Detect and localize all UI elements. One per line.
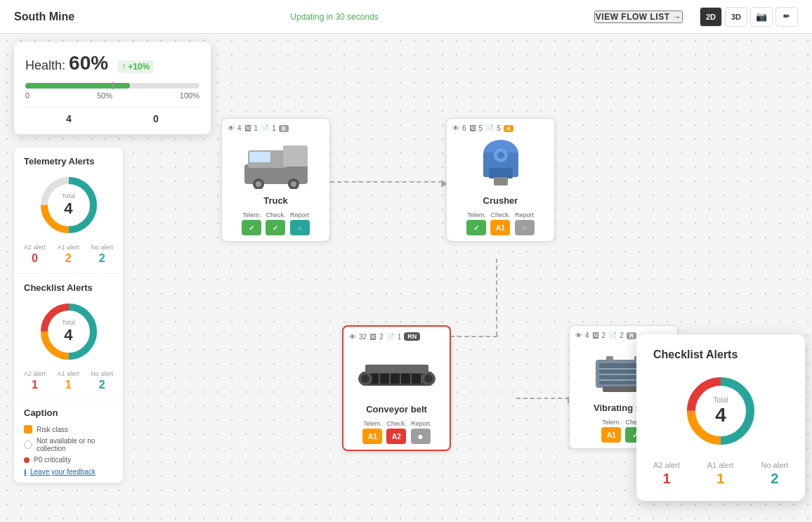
truck-doc-icon: 📄 bbox=[261, 124, 269, 132]
header: South Mine Updating in 30 seconds VIEW F… bbox=[0, 0, 812, 34]
truck-svg bbox=[241, 140, 311, 189]
crusher-title: Crusher bbox=[452, 195, 549, 206]
svg-point-25 bbox=[424, 374, 433, 383]
health-badge: ↑ +10% bbox=[117, 60, 154, 73]
crusher-report: Report ○ bbox=[515, 211, 535, 235]
truck-telem-label: Telem. bbox=[242, 211, 261, 218]
conveyor-badge-rn: RN bbox=[404, 332, 420, 341]
checklist-sidebar-donut-wrap: Total 4 bbox=[24, 300, 113, 363]
vibrating-telem-badge[interactable]: A1 bbox=[601, 427, 621, 443]
conveyor-eye-icon: 👁 bbox=[349, 333, 356, 341]
crusher-report-badge[interactable]: ○ bbox=[515, 220, 535, 235]
truck-check-badge[interactable]: ✓ bbox=[266, 220, 285, 235]
caption-na: Not available or no collection bbox=[24, 437, 113, 452]
checklist-no-stat: No alert 2 bbox=[91, 370, 113, 391]
caption-risk: Risk class bbox=[24, 425, 113, 433]
arrow-up-icon: ↑ bbox=[122, 62, 126, 72]
popup-a2-stat: A2 alert 1 bbox=[653, 461, 680, 487]
header-title: South Mine bbox=[14, 11, 74, 23]
crusher-eye-icon: 👁 bbox=[452, 124, 459, 132]
truck-node-header: 👁 4 🖼 1 📄 1 B bbox=[228, 124, 324, 132]
crusher-badge-a: A bbox=[504, 125, 514, 132]
crusher-image bbox=[452, 136, 549, 193]
health-progress-fill bbox=[25, 83, 130, 89]
info-icon: ℹ bbox=[24, 468, 27, 476]
checklist-popup: Checklist Alerts Total 4 bbox=[636, 334, 805, 501]
conveyor-telem-badge[interactable]: A1 bbox=[362, 429, 382, 444]
conveyor-node[interactable]: 👁 32 🖼 2 📄 1 RN bbox=[342, 325, 451, 451]
conveyor-node-header: 👁 32 🖼 2 📄 1 RN bbox=[349, 332, 444, 341]
svg-point-12 bbox=[497, 152, 504, 159]
telemetry-donut: Total 4 bbox=[37, 174, 100, 237]
checklist-popup-donut: Total 4 bbox=[682, 372, 759, 450]
truck-check: Check. ✓ bbox=[266, 211, 285, 235]
truck-eye-icon: 👁 bbox=[228, 124, 235, 132]
crusher-node-header: 👁 6 🖼 5 📄 5 A bbox=[452, 124, 549, 132]
checklist-popup-title: Checklist Alerts bbox=[653, 348, 788, 361]
arrow-crusher-down bbox=[496, 259, 497, 336]
arrow-truck-crusher bbox=[330, 181, 443, 183]
crusher-node[interactable]: 👁 6 🖼 5 📄 5 A bbox=[446, 118, 555, 242]
progress-marker bbox=[112, 82, 114, 89]
checklist-sidebar-title: Checklist Alerts bbox=[24, 282, 113, 293]
crusher-check-badge[interactable]: A1 bbox=[490, 220, 510, 235]
risk-icon bbox=[24, 425, 32, 433]
svg-rect-13 bbox=[494, 177, 508, 185]
caption-p0: P0 criticality bbox=[24, 456, 113, 464]
conveyor-check-badge[interactable]: A2 bbox=[386, 429, 406, 444]
checklist-sidebar-section: Checklist Alerts Total 4 bbox=[14, 274, 123, 400]
crusher-doc-icon: 📄 bbox=[485, 124, 494, 132]
telemetry-section: Telemetry Alerts Total 4 bbox=[14, 148, 123, 274]
header-actions: VIEW FLOW LIST → 2D 3D 📷 ✏ bbox=[594, 7, 798, 27]
view-mode-2d[interactable]: 2D bbox=[700, 7, 722, 27]
view-mode-edit[interactable]: ✏ bbox=[775, 7, 798, 27]
crusher-img-icon: 🖼 bbox=[469, 124, 476, 132]
view-mode-camera[interactable]: 📷 bbox=[750, 7, 773, 27]
p0-icon bbox=[24, 457, 30, 463]
left-panel: Telemetry Alerts Total 4 bbox=[14, 148, 123, 483]
checklist-sidebar-donut: Total 4 bbox=[37, 300, 100, 363]
health-numbers: 4 0 bbox=[25, 107, 199, 124]
checklist-a1-stat: A1 alert 1 bbox=[58, 370, 79, 391]
checklist-popup-stats: A2 alert 1 A1 alert 1 No alert 2 bbox=[653, 461, 788, 487]
conveyor-check: Check. A2 bbox=[386, 420, 406, 444]
conveyor-title: Conveyor belt bbox=[349, 404, 444, 415]
crusher-telem-badge[interactable]: ✓ bbox=[466, 220, 486, 235]
telemetry-no-stat: No alert 2 bbox=[91, 244, 113, 265]
health-card: Health: 60% ↑ +10% 0 50% 100% 4 0 bbox=[14, 42, 211, 134]
arrow-conveyor-vibrating bbox=[516, 398, 569, 399]
view-flow-button[interactable]: VIEW FLOW LIST → bbox=[594, 11, 683, 23]
conveyor-report: Report ● bbox=[411, 420, 431, 444]
conveyor-telem: Telem. A1 bbox=[362, 420, 382, 444]
truck-telem-badge[interactable]: ✓ bbox=[242, 220, 261, 235]
svg-rect-7 bbox=[283, 145, 308, 167]
caption-title: Caption bbox=[24, 407, 113, 418]
crusher-actions: Telem. ✓ Check. A1 Report ○ bbox=[452, 211, 549, 235]
svg-rect-2 bbox=[249, 152, 270, 162]
view-mode-3d[interactable]: 3D bbox=[725, 7, 747, 27]
vibrating-telem: Telem. A1 bbox=[601, 419, 621, 443]
vibrating-eye-icon: 👁 bbox=[575, 332, 582, 339]
truck-telem: Telem. ✓ bbox=[242, 211, 261, 235]
camera-icon: 📷 bbox=[756, 11, 767, 22]
truck-actions: Telem. ✓ Check. ✓ Report ○ bbox=[228, 211, 324, 235]
svg-point-6 bbox=[291, 181, 296, 187]
svg-point-4 bbox=[256, 181, 261, 187]
truck-node[interactable]: 👁 4 🖼 1 📄 1 B bbox=[221, 118, 330, 242]
truck-image bbox=[228, 136, 324, 193]
feedback-link[interactable]: ℹ Leave your feedback bbox=[24, 468, 113, 476]
popup-a1-stat: A1 alert 1 bbox=[707, 461, 734, 487]
telemetry-title: Telemetry Alerts bbox=[24, 156, 113, 167]
conveyor-img-icon: 🖼 bbox=[369, 333, 376, 341]
vibrating-badge-r: R bbox=[627, 332, 637, 339]
truck-check-label: Check. bbox=[266, 211, 285, 218]
crusher-telem: Telem. ✓ bbox=[466, 211, 486, 235]
truck-report-badge[interactable]: ○ bbox=[290, 220, 310, 235]
popup-no-stat: No alert 2 bbox=[761, 461, 788, 487]
conveyor-report-badge[interactable]: ● bbox=[411, 429, 431, 444]
svg-rect-10 bbox=[489, 168, 513, 178]
conveyor-doc-icon: 📄 bbox=[386, 333, 395, 341]
checklist-sidebar-donut-label: Total 4 bbox=[62, 319, 75, 344]
telemetry-stats: A2 alert 0 A1 alert 2 No alert 2 bbox=[24, 244, 113, 265]
health-progress-bar bbox=[25, 83, 199, 89]
